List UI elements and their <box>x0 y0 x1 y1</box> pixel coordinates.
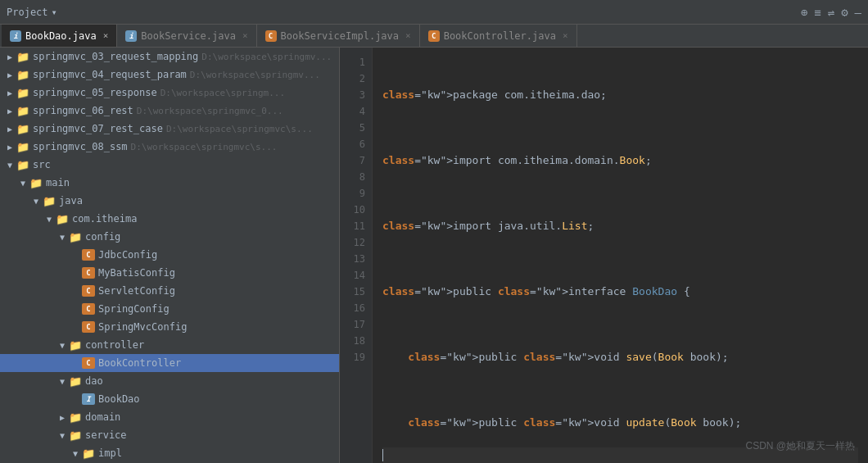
tree-item[interactable]: ▼📁service <box>0 426 339 444</box>
code-editor[interactable]: 12345678910111213141516171819 class="kw"… <box>340 48 868 463</box>
code-line: class="kw">public class="kw">void save(B… <box>382 349 858 365</box>
project-tree[interactable]: ▶📁springmvc_03_request_mapping D:\worksp… <box>0 48 340 463</box>
tree-item[interactable]: CBookController <box>0 354 339 372</box>
tree-arrow-icon: ▶ <box>3 52 16 61</box>
project-label[interactable]: Project ▾ <box>7 7 57 18</box>
tree-item[interactable]: ▼📁java <box>0 192 339 210</box>
tab-BookController[interactable]: C BookController.java × <box>420 25 577 47</box>
line-number: 11 <box>340 218 372 234</box>
tree-node-icon: 📁 <box>82 447 95 459</box>
tab-close-icon[interactable]: × <box>242 30 248 41</box>
line-number: 5 <box>340 120 372 136</box>
tree-arrow-icon: ▼ <box>16 179 29 188</box>
tree-item[interactable]: ▶📁springmvc_05_response D:\workspace\spr… <box>0 84 339 102</box>
tree-item[interactable]: ▶📁domain <box>0 408 339 426</box>
line-number: 9 <box>340 185 372 202</box>
tab-label: BookServiceImpl.java <box>281 30 400 42</box>
tree-item-label: impl <box>98 447 122 459</box>
tree-item[interactable]: ▶📁springmvc_06_rest D:\workspace\springm… <box>0 102 339 120</box>
tab-close-icon[interactable]: × <box>103 30 109 41</box>
tree-node-icon: 📁 <box>69 411 82 423</box>
tree-item-label: config <box>85 231 120 243</box>
tab-BookService[interactable]: i BookService.java × <box>117 25 256 47</box>
tree-node-icon: C <box>82 303 95 315</box>
line-number: 1 <box>340 54 372 70</box>
tree-item-label: springmvc_07_rest_case <box>33 123 163 134</box>
tree-node-icon: C <box>82 357 95 369</box>
tree-item-label: springmvc_06_rest <box>33 105 133 116</box>
tree-node-icon: 📁 <box>16 51 29 62</box>
tree-node-icon: C <box>82 249 95 261</box>
sync-icon[interactable]: ⇌ <box>828 6 834 19</box>
tree-arrow-icon: ▶ <box>56 413 69 422</box>
line-number: 12 <box>340 234 372 251</box>
tree-item[interactable]: ▼📁impl <box>0 444 339 462</box>
tree-node-icon: 📁 <box>16 159 29 170</box>
code-line: class="kw">package com.itheima.dao; <box>382 87 858 103</box>
tree-item-path: D:\workspace\springmv... <box>190 70 320 80</box>
tree-node-icon: 📁 <box>69 375 82 387</box>
tab-label: BookService.java <box>141 30 236 42</box>
tree-item-label: service <box>85 429 127 441</box>
tree-item[interactable]: ▶📁springmvc_03_request_mapping D:\worksp… <box>0 48 339 66</box>
tree-arrow-icon: ▼ <box>3 161 16 170</box>
tree-arrow-icon: ▶ <box>3 125 16 134</box>
project-text: Project <box>7 7 48 18</box>
tree-item[interactable]: ▶📁springmvc_08_ssm D:\workspace\springmv… <box>0 138 339 156</box>
tree-item-label: controller <box>85 339 144 351</box>
tab-close-icon[interactable]: × <box>563 30 568 41</box>
tree-item[interactable]: ▼📁controller <box>0 336 339 354</box>
tree-arrow-icon: ▶ <box>3 70 16 79</box>
tree-item-label: BookController <box>98 357 181 369</box>
line-numbers: 12345678910111213141516171819 <box>340 48 373 463</box>
tree-item[interactable]: CJdbcConfig <box>0 246 339 264</box>
tree-item[interactable]: ▼📁dao <box>0 372 339 390</box>
tree-item[interactable]: ▼📁main <box>0 174 339 192</box>
add-icon[interactable]: ⊕ <box>801 6 807 19</box>
tab-label: BookController.java <box>444 30 556 42</box>
tree-arrow-icon: ▼ <box>43 215 56 224</box>
minimize-icon[interactable]: — <box>855 6 861 19</box>
tree-item-path: D:\workspace\springmvc\s... <box>166 124 313 134</box>
tree-arrow-icon: ▼ <box>69 449 82 458</box>
line-number: 15 <box>340 284 372 300</box>
tree-arrow-icon: ▼ <box>56 431 69 440</box>
tree-item-label: JdbcConfig <box>98 249 157 261</box>
tree-item-label: MyBatisConfig <box>98 267 175 279</box>
tree-item[interactable]: CMyBatisConfig <box>0 264 339 282</box>
tab-close-icon[interactable]: × <box>405 30 411 41</box>
tree-item[interactable]: ▼📁src <box>0 156 339 174</box>
tree-item[interactable]: ▶📁springmvc_04_request_param D:\workspac… <box>0 66 339 84</box>
line-number: 16 <box>340 300 372 316</box>
tree-item[interactable]: CSpringMvcConfig <box>0 318 339 336</box>
tree-item[interactable]: ▼📁config <box>0 228 339 246</box>
tree-arrow-icon: ▶ <box>3 143 16 152</box>
settings-icon[interactable]: ⚙ <box>841 6 848 19</box>
tree-item-path: D:\workspace\springmvc_0... <box>137 106 283 116</box>
tree-arrow-icon: ▼ <box>56 377 69 386</box>
tree-item[interactable]: IBookDao <box>0 390 339 408</box>
tree-arrow-icon: ▼ <box>29 197 43 206</box>
tree-item-label: main <box>46 177 70 188</box>
code-line <box>382 120 858 136</box>
code-content[interactable]: class="kw">package com.itheima.dao; clas… <box>373 48 868 463</box>
line-number: 13 <box>340 251 372 267</box>
tree-item[interactable]: ▶📁springmvc_07_rest_case D:\workspace\sp… <box>0 120 339 138</box>
line-number: 8 <box>340 169 372 185</box>
tree-arrow-icon: ▼ <box>56 341 69 350</box>
tree-item[interactable]: ▼📁com.itheima <box>0 210 339 228</box>
list-icon[interactable]: ≡ <box>814 6 821 19</box>
project-dropdown-icon[interactable]: ▾ <box>52 7 57 18</box>
tree-item[interactable]: CSpringConfig <box>0 300 339 318</box>
tree-item-path: D:\workspace\springmv... <box>201 52 332 62</box>
tab-BookDao[interactable]: i BookDao.java × <box>2 25 117 47</box>
tree-item-label: springmvc_04_request_param <box>33 69 187 80</box>
line-number: 14 <box>340 267 372 284</box>
line-number: 10 <box>340 202 372 218</box>
tab-BookServiceImpl[interactable]: C BookServiceImpl.java × <box>257 25 420 47</box>
tab-icon-class: C <box>428 30 440 42</box>
line-number: 18 <box>340 333 372 349</box>
tree-item-label: ServletConfig <box>98 285 175 297</box>
tree-item[interactable]: CServletConfig <box>0 282 339 300</box>
tree-node-icon: 📁 <box>16 87 29 98</box>
